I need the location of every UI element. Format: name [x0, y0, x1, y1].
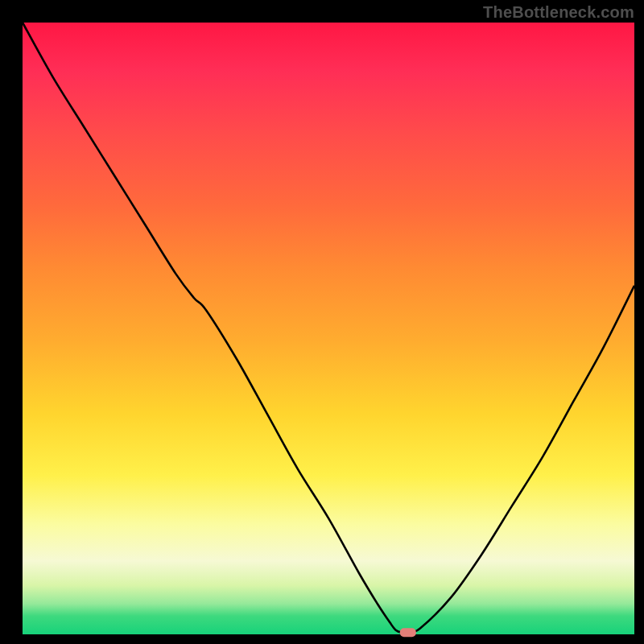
optimal-point-marker	[400, 628, 416, 637]
bottleneck-curve-svg	[23, 23, 634, 634]
chart-container: TheBottleneck.com	[0, 0, 644, 644]
watermark-label: TheBottleneck.com	[483, 3, 634, 22]
bottleneck-curve	[23, 23, 634, 633]
